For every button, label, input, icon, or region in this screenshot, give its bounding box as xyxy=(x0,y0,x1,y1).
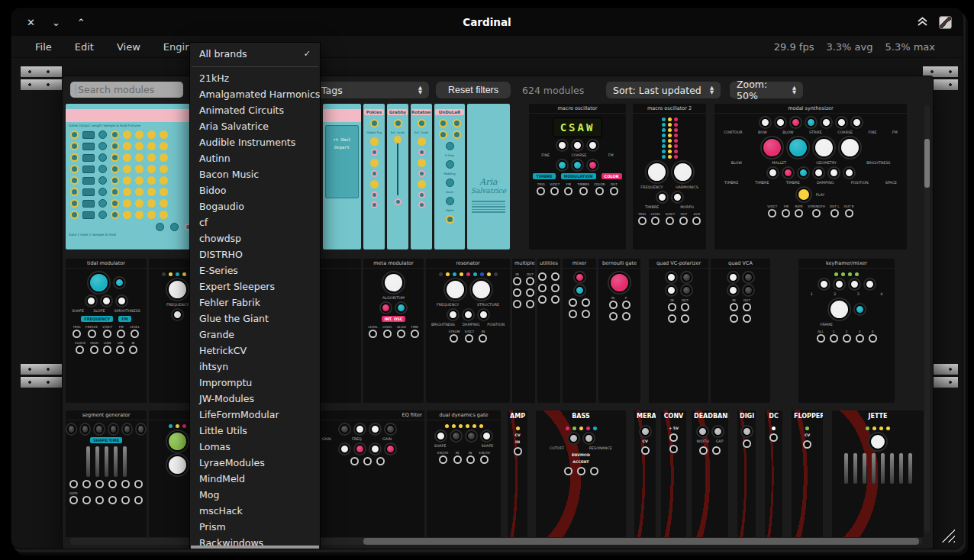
knob[interactable] xyxy=(370,137,379,146)
slider[interactable] xyxy=(105,446,108,477)
knob[interactable] xyxy=(381,303,391,313)
brand-menu-item-audible-instruments[interactable]: Audible Instruments xyxy=(190,134,320,150)
jack[interactable] xyxy=(769,433,778,442)
jack[interactable] xyxy=(830,334,838,343)
jack[interactable] xyxy=(411,330,419,338)
knob[interactable] xyxy=(70,199,79,208)
knob[interactable] xyxy=(167,279,188,300)
knob[interactable] xyxy=(446,179,454,187)
jack[interactable] xyxy=(376,457,385,465)
jack[interactable] xyxy=(465,334,473,343)
brand-menu-item-bacon-music[interactable]: Bacon Music xyxy=(190,166,320,182)
jack[interactable] xyxy=(82,480,91,488)
jack[interactable] xyxy=(869,334,877,343)
knob[interactable] xyxy=(844,168,854,178)
knob[interactable] xyxy=(791,117,801,127)
knob[interactable] xyxy=(418,137,426,146)
module-undular[interactable]: UnDuLaRX StepPaddingZoomAlpha xyxy=(434,104,465,249)
knob[interactable] xyxy=(370,444,380,454)
knob[interactable] xyxy=(173,310,182,320)
knob[interactable] xyxy=(81,424,89,434)
jack[interactable] xyxy=(830,209,839,217)
jack[interactable] xyxy=(363,457,372,465)
jack[interactable] xyxy=(117,330,125,338)
knob[interactable] xyxy=(160,153,168,162)
knob[interactable] xyxy=(446,160,454,169)
knob[interactable] xyxy=(385,444,395,454)
knob[interactable] xyxy=(147,199,156,208)
brand-menu-item-grande[interactable]: Grande xyxy=(190,327,320,343)
jack[interactable] xyxy=(699,446,708,455)
module-eq-filter[interactable]: EQ filterGAINFREQGAIN xyxy=(310,410,424,537)
brand-menu-item-bogaudio[interactable]: Bogaudio xyxy=(190,198,320,214)
brand-menu-item-jw-modules[interactable]: JW-Modules xyxy=(190,391,320,407)
jack[interactable] xyxy=(582,310,590,318)
knob[interactable] xyxy=(439,119,447,127)
knob[interactable] xyxy=(798,168,808,178)
jack[interactable] xyxy=(595,187,604,195)
knob[interactable] xyxy=(111,142,119,150)
knob[interactable] xyxy=(840,137,860,158)
brand-menu-item-mog[interactable]: Mog xyxy=(190,487,320,503)
module-flopper[interactable]: FLOPPERCV xyxy=(792,410,823,537)
knob[interactable] xyxy=(98,165,107,173)
jack[interactable] xyxy=(108,480,117,488)
knob[interactable] xyxy=(453,119,461,127)
knob[interactable] xyxy=(135,130,144,139)
module-resonator[interactable]: resonatorFREQUENCYSTRUCTUREBRIGHTNESSDAM… xyxy=(426,259,510,403)
knob[interactable] xyxy=(439,130,447,139)
module-mera[interactable]: MERACV xyxy=(634,410,656,537)
jack[interactable] xyxy=(551,284,560,292)
jack[interactable] xyxy=(582,298,590,307)
switch[interactable] xyxy=(82,211,95,219)
module-meta-modulator[interactable]: meta modulatorALGORITHMINT. OSCLEVELLEVE… xyxy=(363,259,424,403)
jack[interactable] xyxy=(730,314,738,323)
knob[interactable] xyxy=(98,211,107,219)
knob[interactable] xyxy=(647,162,667,182)
module-dual-dynamics-gate[interactable]: dual dynamics gateSHAPESHAPEEXCITEININEX… xyxy=(427,410,501,537)
knob[interactable] xyxy=(762,137,782,158)
search-input[interactable]: Search modules xyxy=(70,82,183,98)
jack[interactable] xyxy=(551,295,560,304)
knob[interactable] xyxy=(98,153,107,162)
brand-menu-item-chowdsp[interactable]: chowdsp xyxy=(190,230,320,246)
jack[interactable] xyxy=(73,330,81,338)
knob[interactable] xyxy=(865,279,875,289)
jack[interactable] xyxy=(513,300,521,308)
jack[interactable] xyxy=(743,439,751,448)
knob[interactable] xyxy=(111,130,119,139)
switch[interactable] xyxy=(82,154,95,162)
knob[interactable] xyxy=(850,279,860,289)
knob[interactable] xyxy=(370,424,380,434)
jack[interactable] xyxy=(569,298,577,307)
knob[interactable] xyxy=(448,310,458,320)
module-digi[interactable]: DIGI xyxy=(737,410,756,537)
switch[interactable] xyxy=(82,131,95,139)
jack[interactable] xyxy=(69,480,78,488)
knob[interactable] xyxy=(111,176,119,185)
knob[interactable] xyxy=(682,285,692,295)
jack[interactable] xyxy=(768,209,776,217)
jack[interactable] xyxy=(782,209,790,217)
module-macro-oscillator[interactable]: macro oscillatorCSAWFINECOARSEFMTIMBREMO… xyxy=(529,104,626,249)
knob[interactable] xyxy=(70,165,79,173)
knob[interactable] xyxy=(70,153,79,162)
knob[interactable] xyxy=(123,130,131,139)
knob[interactable] xyxy=(98,188,107,196)
knob[interactable] xyxy=(383,272,404,293)
jack[interactable] xyxy=(610,187,618,195)
titlebar[interactable]: ✕ ⌄ ⌃ Cardinal xyxy=(11,8,963,36)
brand-menu-item-glue-the-giant[interactable]: Glue the Giant xyxy=(190,311,320,327)
jack[interactable] xyxy=(526,277,534,285)
jack[interactable] xyxy=(395,198,402,205)
module-bass[interactable]: BASSCUTOFFRESONANCEENVMODACCENT xyxy=(536,410,626,537)
knob[interactable] xyxy=(482,431,492,441)
knob[interactable] xyxy=(135,211,144,219)
knob[interactable] xyxy=(135,176,144,185)
knob[interactable] xyxy=(147,153,156,162)
knob[interactable] xyxy=(806,117,816,127)
jack[interactable] xyxy=(795,209,803,217)
knob[interactable] xyxy=(572,160,582,170)
sort-dropdown[interactable]: Sort: Last updated ▲▼ xyxy=(606,82,721,98)
knob[interactable] xyxy=(666,272,676,282)
